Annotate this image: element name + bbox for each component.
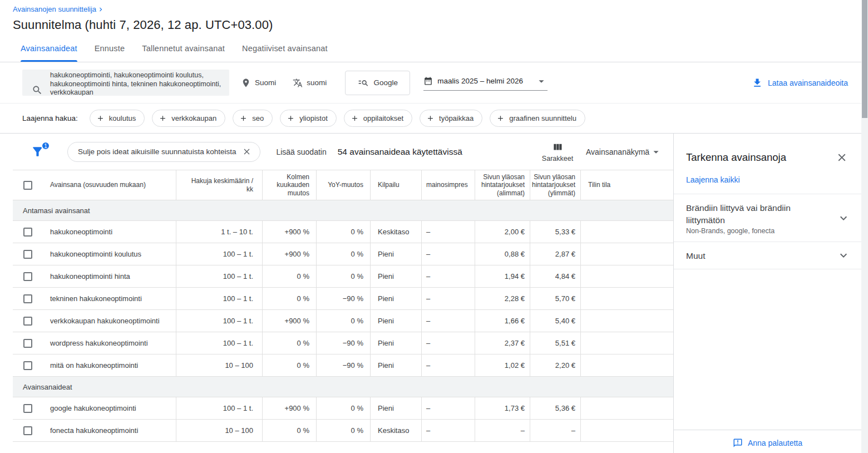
row-checkbox[interactable] — [23, 272, 32, 281]
cell-sivun-yl-osan-hintatarjoukset-ylimm-t: 2,87 € — [530, 243, 580, 265]
filter-button[interactable]: 1 — [31, 145, 45, 159]
col-header-mainosimpres[interactable]: mainosimpres — [421, 170, 475, 200]
keyword-view-dropdown[interactable]: Avainsananäkymä — [586, 146, 662, 158]
col-header-label: Hakuja keskimäärin / kk — [183, 177, 253, 193]
row-checkbox-cell — [13, 310, 42, 332]
add-filter-button[interactable]: Lisää suodatin — [276, 147, 326, 156]
col-header-hakuja-keskim-rin-kk[interactable]: Hakuja keskimäärin / kk — [176, 170, 262, 200]
cell-mainosimpres: – — [421, 332, 475, 354]
cell-hakuja-keskim-rin-kk: 100 – 1 t. — [176, 288, 262, 309]
row-checkbox[interactable] — [23, 426, 32, 435]
plan-toolbar: hakukoneoptimointi, hakukoneoptimointi k… — [0, 62, 868, 104]
cell-mainosimpres: – — [421, 265, 475, 287]
col-header-tilin-tila[interactable]: Tilin tila — [580, 170, 673, 200]
row-checkbox-cell — [13, 332, 42, 354]
cell-kilpailu: Keskitaso — [370, 221, 421, 243]
cell-avainsana-osuvuuden-mukaan: fonecta hakukoneoptimointi — [42, 420, 176, 441]
row-checkbox-cell — [13, 397, 42, 419]
row-checkbox[interactable] — [23, 294, 32, 303]
cell-hakuja-keskim-rin-kk: 100 – 1 t. — [176, 243, 262, 265]
cell-yoy-muutos: 0 % — [316, 397, 370, 419]
row-checkbox[interactable] — [23, 361, 32, 370]
keywords-input[interactable]: hakukoneoptimointi, hakukoneoptimointi k… — [22, 70, 229, 96]
expand-chip-koulutus[interactable]: koulutus — [90, 110, 145, 127]
refine-section-br-ndiin-liittyv-vai-br-ndiin-liittym-t-n[interactable]: Brändiin liittyvä vai brändiin liittymät… — [674, 194, 861, 242]
keyword-row-fonecta-hakukoneoptimointi[interactable]: fonecta hakukoneoptimointi10 – 1000 %0 %… — [13, 420, 673, 442]
download-ideas-button[interactable]: Lataa avainsanaideoita — [752, 77, 848, 88]
expand-chip-oppilaitokset[interactable]: oppilaitokset — [344, 110, 412, 127]
expand-chip-seo[interactable]: seo — [233, 110, 273, 127]
col-header-sivun-yl-osan-hintatarjoukset-ylimm-t[interactable]: Sivun yläosan hintatarjoukset (ylimmät) — [530, 170, 580, 200]
expand-chip-yliopistot[interactable]: yliopistot — [280, 110, 337, 127]
scrollbar-thumb[interactable] — [862, 0, 867, 118]
dropdown-arrow-icon — [535, 75, 548, 87]
row-checkbox[interactable] — [23, 228, 32, 237]
breadcrumb[interactable]: Avainsanojen suunnittelija — [13, 5, 105, 13]
keyword-row-hakukoneoptimointi[interactable]: hakukoneoptimointi1 t. – 10 t.+900 %0 %K… — [13, 221, 673, 243]
vertical-scrollbar[interactable] — [861, 0, 868, 453]
expand-chip-ty-paikkaa[interactable]: työpaikkaa — [420, 110, 482, 127]
tab-tallennetut-avainsanat[interactable]: Tallennetut avainsanat — [142, 35, 225, 62]
content-area: 1 Sulje pois ideat aikuisille suunnatuis… — [0, 134, 868, 453]
close-icon[interactable] — [242, 147, 251, 156]
col-header-label: Sivun yläosan hintatarjoukset (ylimmät) — [532, 173, 575, 198]
plus-icon — [426, 114, 435, 122]
exclude-adult-ideas-chip[interactable]: Sulje pois ideat aikuisille suunnatuista… — [67, 142, 260, 162]
col-header-avainsana-osuvuuden-mukaan[interactable]: Avainsana (osuvuuden mukaan) — [42, 170, 176, 200]
cell-yoy-muutos: 0 % — [316, 420, 370, 441]
cell-sivun-yl-osan-hintatarjoukset-ylimm-t: 4,84 € — [530, 265, 580, 287]
cell-kolmen-kuukauden-muutos: +900 % — [262, 243, 316, 265]
chip-label: koulutus — [109, 114, 136, 122]
row-checkbox[interactable] — [23, 250, 32, 259]
panel-close-icon[interactable] — [836, 151, 848, 164]
plan-tabs: AvainsanaideatEnnusteTallennetut avainsa… — [0, 35, 868, 62]
expand-chip-graafinen-suunnittelu[interactable]: graafinen suunnittelu — [490, 110, 585, 127]
table-body: Antamasi avainsanathakukoneoptimointi1 t… — [13, 200, 673, 442]
columns-button[interactable]: Sarakkeet — [538, 141, 577, 162]
section-avainsanaideat: Avainsanaideat — [13, 377, 673, 397]
row-checkbox[interactable] — [23, 317, 32, 326]
cell-sivun-yl-osan-hintatarjoukset-alimmat: 1,66 € — [475, 310, 530, 332]
col-header-kolmen-kuukauden-muutos[interactable]: Kolmen kuukauden muutos — [262, 170, 316, 200]
cell-kolmen-kuukauden-muutos: +900 % — [262, 310, 316, 332]
refine-section-muut[interactable]: Muut — [674, 242, 861, 269]
tab-ennuste[interactable]: Ennuste — [95, 35, 125, 62]
tab-avainsanaideat[interactable]: Avainsanaideat — [21, 35, 77, 62]
section-antamasi-avainsanat: Antamasi avainsanat — [13, 200, 673, 221]
col-header-sivun-yl-osan-hintatarjoukset-alimmat[interactable]: Sivun yläosan hintatarjoukset (alimmat) — [475, 170, 530, 200]
keyword-row-verkkokaupan-hakukoneoptimointi[interactable]: verkkokaupan hakukoneoptimointi100 – 1 t… — [13, 310, 673, 332]
ideas-count-text: 54 avainsanaideaa käytettävissä — [338, 147, 462, 157]
feedback-button[interactable]: Anna palautetta — [733, 438, 802, 448]
cell-hakuja-keskim-rin-kk: 100 – 1 t. — [176, 265, 262, 287]
col-header-label: Sivun yläosan hintatarjoukset (alimmat) — [481, 173, 525, 198]
plus-icon — [496, 114, 505, 122]
keyword-row-hakukoneoptimointi-hinta[interactable]: hakukoneoptimointi hinta100 – 1 t.0 %0 %… — [13, 265, 673, 288]
cell-sivun-yl-osan-hintatarjoukset-alimmat: 2,37 € — [475, 332, 530, 354]
cell-sivun-yl-osan-hintatarjoukset-ylimm-t: 5,70 € — [530, 288, 580, 309]
col-header-kilpailu[interactable]: Kilpailu — [370, 170, 421, 200]
network-selector[interactable]: Google — [345, 71, 410, 95]
expand-search-chips: koulutusverkkokaupanseoyliopistotoppilai… — [90, 110, 585, 127]
page-header: Avainsanojen suunnittelija Suunnitelma (… — [0, 0, 868, 32]
keyword-row-tekninen-hakukoneoptimointi[interactable]: tekninen hakukoneoptimointi100 – 1 t.0 %… — [13, 288, 673, 310]
expand-chip-verkkokaupan[interactable]: verkkokaupan — [152, 110, 225, 127]
keyword-row-google-hakukoneoptimointi[interactable]: google hakukoneoptimointi100 – 1 t.+900 … — [13, 397, 673, 420]
col-header-label: Avainsana (osuvuuden mukaan) — [50, 181, 146, 189]
row-checkbox[interactable] — [23, 404, 32, 413]
row-checkbox[interactable] — [23, 339, 32, 348]
tab-negatiiviset-avainsanat[interactable]: Negatiiviset avainsanat — [242, 35, 328, 62]
search-icon — [32, 85, 43, 96]
cell-sivun-yl-osan-hintatarjoukset-ylimm-t: 5,33 € — [530, 221, 580, 243]
location-selector[interactable]: Suomi — [241, 78, 276, 88]
calendar-icon — [423, 76, 433, 86]
select-all-checkbox[interactable] — [23, 181, 32, 190]
keyword-row-mit-on-hakukoneoptimointi[interactable]: mitä on hakukoneoptimointi10 – 1000 %−90… — [13, 354, 673, 377]
keyword-row-hakukoneoptimointi-koulutus[interactable]: hakukoneoptimointi koulutus100 – 1 t.+90… — [13, 243, 673, 265]
col-header-yoy-muutos[interactable]: YoY-muutos — [316, 170, 370, 200]
language-selector[interactable]: suomi — [293, 78, 327, 88]
cell-sivun-yl-osan-hintatarjoukset-alimmat: 2,00 € — [475, 221, 530, 243]
expand-all-link[interactable]: Laajenna kaikki — [686, 175, 740, 184]
cell-sivun-yl-osan-hintatarjoukset-ylimm-t: 5,40 € — [530, 310, 580, 332]
keyword-row-wordpress-hakukoneoptimointi[interactable]: wordpress hakukoneoptimointi100 – 1 t.0 … — [13, 332, 673, 354]
date-range-selector[interactable]: maalis 2025 – helmi 2026 — [423, 75, 548, 91]
